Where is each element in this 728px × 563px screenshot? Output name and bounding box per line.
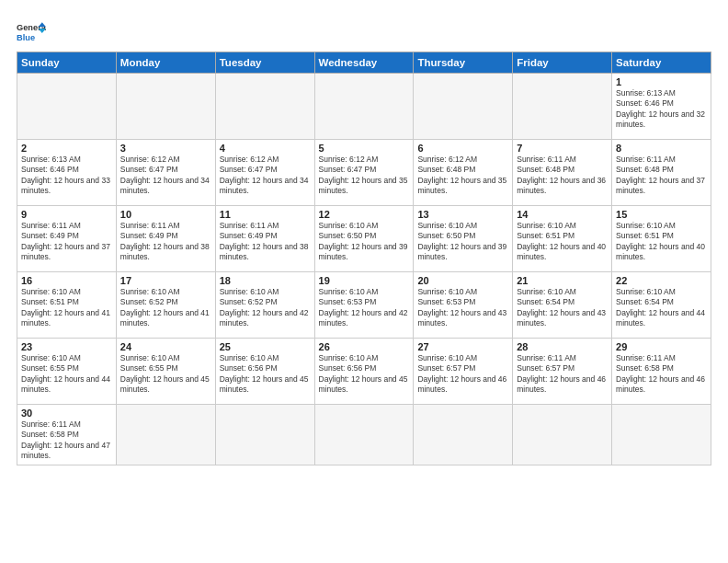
svg-text:Blue: Blue [17, 33, 35, 42]
col-header-tuesday: Tuesday [215, 52, 314, 74]
day-info: Sunrise: 6:10 AM Sunset: 6:51 PM Dayligh… [21, 287, 112, 329]
day-cell [414, 74, 513, 140]
day-number: 26 [319, 341, 410, 352]
day-info: Sunrise: 6:10 AM Sunset: 6:54 PM Dayligh… [517, 287, 608, 329]
day-cell: 11Sunrise: 6:11 AM Sunset: 6:49 PM Dayli… [215, 206, 314, 272]
calendar: SundayMondayTuesdayWednesdayThursdayFrid… [17, 52, 711, 465]
day-number: 15 [616, 209, 707, 220]
day-cell: 6Sunrise: 6:12 AM Sunset: 6:48 PM Daylig… [414, 140, 513, 206]
week-row-4: 23Sunrise: 6:10 AM Sunset: 6:55 PM Dayli… [17, 339, 711, 405]
day-cell: 14Sunrise: 6:10 AM Sunset: 6:51 PM Dayli… [513, 206, 612, 272]
day-info: Sunrise: 6:10 AM Sunset: 6:51 PM Dayligh… [517, 221, 608, 263]
col-header-sunday: Sunday [17, 52, 117, 74]
day-info: Sunrise: 6:10 AM Sunset: 6:55 PM Dayligh… [21, 353, 112, 396]
day-cell: 16Sunrise: 6:10 AM Sunset: 6:51 PM Dayli… [17, 272, 117, 339]
day-number: 12 [319, 209, 410, 220]
week-row-0: 1Sunrise: 6:13 AM Sunset: 6:46 PM Daylig… [17, 74, 711, 140]
day-number: 25 [220, 341, 311, 352]
day-number: 1 [616, 76, 707, 87]
day-info: Sunrise: 6:12 AM Sunset: 6:47 PM Dayligh… [220, 155, 311, 197]
day-cell [513, 405, 612, 465]
day-cell [215, 405, 314, 465]
day-number: 18 [220, 275, 311, 286]
day-info: Sunrise: 6:10 AM Sunset: 6:57 PM Dayligh… [417, 353, 508, 396]
day-number: 11 [220, 209, 311, 220]
day-number: 22 [616, 275, 707, 286]
day-cell: 18Sunrise: 6:10 AM Sunset: 6:52 PM Dayli… [215, 272, 314, 339]
day-cell: 24Sunrise: 6:10 AM Sunset: 6:55 PM Dayli… [116, 339, 215, 405]
day-info: Sunrise: 6:11 AM Sunset: 6:49 PM Dayligh… [21, 221, 112, 263]
day-number: 30 [21, 408, 112, 419]
day-info: Sunrise: 6:10 AM Sunset: 6:53 PM Dayligh… [319, 287, 410, 329]
generalblue-icon: General Blue [17, 20, 46, 46]
logo: General Blue [17, 20, 46, 46]
day-cell: 27Sunrise: 6:10 AM Sunset: 6:57 PM Dayli… [414, 339, 513, 405]
col-header-wednesday: Wednesday [314, 52, 414, 74]
day-cell [17, 74, 117, 140]
day-cell [314, 405, 414, 465]
day-cell: 21Sunrise: 6:10 AM Sunset: 6:54 PM Dayli… [513, 272, 612, 339]
col-header-friday: Friday [513, 52, 612, 74]
day-number: 5 [319, 143, 410, 154]
day-cell: 13Sunrise: 6:10 AM Sunset: 6:50 PM Dayli… [414, 206, 513, 272]
day-info: Sunrise: 6:10 AM Sunset: 6:52 PM Dayligh… [220, 287, 311, 329]
day-cell: 10Sunrise: 6:11 AM Sunset: 6:49 PM Dayli… [116, 206, 215, 272]
day-cell [314, 74, 414, 140]
day-cell: 26Sunrise: 6:10 AM Sunset: 6:56 PM Dayli… [314, 339, 414, 405]
day-number: 6 [417, 143, 508, 154]
day-info: Sunrise: 6:11 AM Sunset: 6:49 PM Dayligh… [220, 221, 311, 263]
day-cell: 15Sunrise: 6:10 AM Sunset: 6:51 PM Dayli… [612, 206, 711, 272]
day-cell [215, 74, 314, 140]
day-cell: 30Sunrise: 6:11 AM Sunset: 6:58 PM Dayli… [17, 405, 117, 465]
day-info: Sunrise: 6:11 AM Sunset: 6:49 PM Dayligh… [120, 221, 211, 263]
week-row-3: 16Sunrise: 6:10 AM Sunset: 6:51 PM Dayli… [17, 272, 711, 339]
day-cell: 29Sunrise: 6:11 AM Sunset: 6:58 PM Dayli… [612, 339, 711, 405]
header-row: SundayMondayTuesdayWednesdayThursdayFrid… [17, 52, 711, 74]
day-info: Sunrise: 6:10 AM Sunset: 6:56 PM Dayligh… [319, 353, 410, 396]
day-cell [414, 405, 513, 465]
day-cell: 1Sunrise: 6:13 AM Sunset: 6:46 PM Daylig… [612, 74, 711, 140]
day-cell [116, 74, 215, 140]
day-number: 17 [120, 275, 211, 286]
day-cell: 22Sunrise: 6:10 AM Sunset: 6:54 PM Dayli… [612, 272, 711, 339]
day-number: 21 [517, 275, 608, 286]
day-cell: 12Sunrise: 6:10 AM Sunset: 6:50 PM Dayli… [314, 206, 414, 272]
day-info: Sunrise: 6:12 AM Sunset: 6:47 PM Dayligh… [120, 155, 211, 197]
header: General Blue [17, 17, 711, 46]
day-cell: 8Sunrise: 6:11 AM Sunset: 6:48 PM Daylig… [612, 140, 711, 206]
day-info: Sunrise: 6:12 AM Sunset: 6:48 PM Dayligh… [417, 155, 508, 197]
day-info: Sunrise: 6:11 AM Sunset: 6:48 PM Dayligh… [616, 155, 707, 197]
week-row-5: 30Sunrise: 6:11 AM Sunset: 6:58 PM Dayli… [17, 405, 711, 465]
day-info: Sunrise: 6:13 AM Sunset: 6:46 PM Dayligh… [21, 155, 112, 197]
day-cell: 19Sunrise: 6:10 AM Sunset: 6:53 PM Dayli… [314, 272, 414, 339]
day-number: 4 [220, 143, 311, 154]
day-info: Sunrise: 6:10 AM Sunset: 6:51 PM Dayligh… [616, 221, 707, 263]
day-info: Sunrise: 6:10 AM Sunset: 6:55 PM Dayligh… [120, 353, 211, 396]
day-cell: 25Sunrise: 6:10 AM Sunset: 6:56 PM Dayli… [215, 339, 314, 405]
day-number: 14 [517, 209, 608, 220]
day-info: Sunrise: 6:10 AM Sunset: 6:56 PM Dayligh… [220, 353, 311, 396]
day-cell [513, 74, 612, 140]
day-cell: 17Sunrise: 6:10 AM Sunset: 6:52 PM Dayli… [116, 272, 215, 339]
col-header-monday: Monday [116, 52, 215, 74]
day-info: Sunrise: 6:10 AM Sunset: 6:52 PM Dayligh… [120, 287, 211, 329]
day-number: 7 [517, 143, 608, 154]
day-cell: 3Sunrise: 6:12 AM Sunset: 6:47 PM Daylig… [116, 140, 215, 206]
day-number: 23 [21, 341, 112, 352]
day-number: 29 [616, 341, 707, 352]
day-info: Sunrise: 6:11 AM Sunset: 6:48 PM Dayligh… [517, 155, 608, 197]
day-cell [612, 405, 711, 465]
week-row-2: 9Sunrise: 6:11 AM Sunset: 6:49 PM Daylig… [17, 206, 711, 272]
day-info: Sunrise: 6:11 AM Sunset: 6:58 PM Dayligh… [616, 353, 707, 396]
day-cell: 9Sunrise: 6:11 AM Sunset: 6:49 PM Daylig… [17, 206, 117, 272]
col-header-thursday: Thursday [414, 52, 513, 74]
week-row-1: 2Sunrise: 6:13 AM Sunset: 6:46 PM Daylig… [17, 140, 711, 206]
day-info: Sunrise: 6:11 AM Sunset: 6:57 PM Dayligh… [517, 353, 608, 396]
day-cell: 28Sunrise: 6:11 AM Sunset: 6:57 PM Dayli… [513, 339, 612, 405]
day-info: Sunrise: 6:12 AM Sunset: 6:47 PM Dayligh… [319, 155, 410, 197]
col-header-saturday: Saturday [612, 52, 711, 74]
day-cell: 4Sunrise: 6:12 AM Sunset: 6:47 PM Daylig… [215, 140, 314, 206]
day-number: 13 [417, 209, 508, 220]
day-info: Sunrise: 6:10 AM Sunset: 6:50 PM Dayligh… [417, 221, 508, 263]
day-number: 24 [120, 341, 211, 352]
